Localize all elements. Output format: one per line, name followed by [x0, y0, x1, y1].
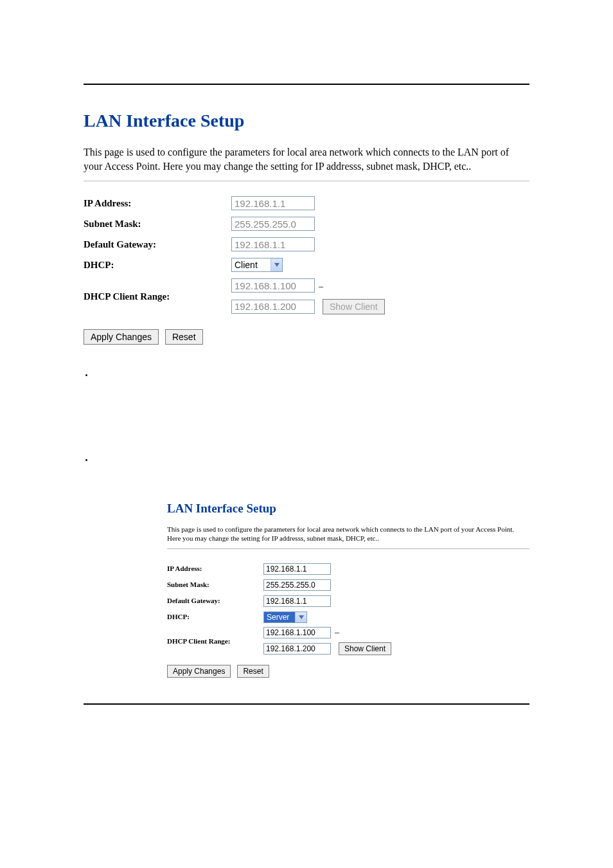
- default-gateway-input[interactable]: [231, 237, 315, 251]
- page-title: LAN Interface Setup: [167, 502, 529, 516]
- dhcp-range-end-input[interactable]: [231, 300, 315, 314]
- chevron-down-icon: [271, 258, 282, 271]
- ip-address-input[interactable]: [263, 563, 331, 575]
- dhcp-label: DHCP:: [84, 255, 231, 275]
- apply-changes-button[interactable]: Apply Changes: [167, 665, 231, 678]
- settings-form: IP Address: Subnet Mask: Default Gateway…: [84, 193, 385, 318]
- range-dash: –: [333, 628, 341, 637]
- page-description: This page is used to configure the param…: [167, 525, 529, 543]
- ip-address-input[interactable]: [231, 196, 315, 210]
- default-gateway-input[interactable]: [263, 595, 331, 607]
- list-item: [94, 370, 529, 378]
- dhcp-select[interactable]: Client: [231, 258, 283, 272]
- page-title: LAN Interface Setup: [84, 111, 529, 131]
- dhcp-range-end-input[interactable]: [263, 643, 331, 655]
- dhcp-range-label: DHCP Client Range:: [167, 625, 263, 657]
- apply-changes-button[interactable]: Apply Changes: [84, 329, 159, 345]
- subnet-mask-input[interactable]: [231, 217, 315, 231]
- default-gateway-label: Default Gateway:: [167, 593, 263, 609]
- dhcp-select[interactable]: Server: [263, 611, 307, 623]
- dhcp-range-start-input[interactable]: [263, 627, 331, 638]
- default-gateway-label: Default Gateway:: [84, 234, 231, 255]
- ip-address-label: IP Address:: [84, 193, 231, 213]
- lan-setup-panel-small: LAN Interface Setup This page is used to…: [167, 502, 529, 678]
- page-description: This page is used to configure the param…: [84, 145, 529, 173]
- settings-form: IP Address: Subnet Mask: Default Gateway…: [167, 561, 391, 657]
- dhcp-select-value: Client: [232, 258, 271, 271]
- reset-button[interactable]: Reset: [237, 665, 269, 678]
- range-dash: –: [317, 282, 324, 291]
- show-client-button[interactable]: Show Client: [323, 299, 385, 314]
- show-client-button[interactable]: Show Client: [339, 642, 391, 655]
- subnet-mask-label: Subnet Mask:: [84, 213, 231, 234]
- bullet-list: [84, 370, 529, 463]
- ip-address-label: IP Address:: [167, 561, 263, 577]
- page-bottom-rule: [84, 703, 529, 705]
- dhcp-range-label: DHCP Client Range:: [84, 275, 231, 318]
- dhcp-label: DHCP:: [167, 609, 263, 625]
- panel-divider: [167, 548, 529, 549]
- dhcp-range-start-input[interactable]: [231, 278, 315, 293]
- subnet-mask-label: Subnet Mask:: [167, 577, 263, 593]
- subnet-mask-input[interactable]: [263, 579, 331, 591]
- page-top-rule: [84, 84, 529, 85]
- chevron-down-icon: [295, 612, 306, 622]
- panel-divider: [84, 181, 529, 181]
- list-item: [94, 455, 529, 463]
- reset-button[interactable]: Reset: [165, 329, 203, 345]
- dhcp-select-value: Server: [264, 612, 295, 622]
- lan-setup-panel-large: LAN Interface Setup This page is used to…: [84, 111, 529, 345]
